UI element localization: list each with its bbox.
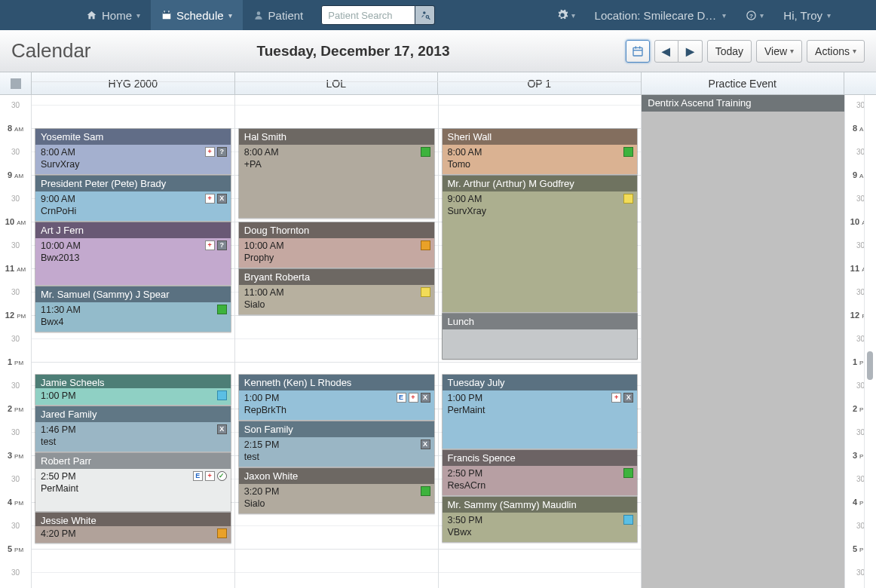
appointment-card[interactable]: Bryant Roberta11:00 AMSialo — [238, 268, 435, 315]
close-icon: X — [623, 393, 633, 403]
vertical-scrollbar[interactable] — [864, 95, 876, 588]
appointment-time: 2:50 PM — [448, 468, 632, 480]
appointment-card[interactable]: Jaxon White3:20 PMSialo — [238, 467, 435, 514]
column-header[interactable]: HYG 2000 — [32, 72, 235, 94]
appointment-time: 4:20 PM — [41, 528, 225, 541]
nav-patient[interactable]: Patient — [243, 0, 314, 30]
person-search-icon — [420, 10, 430, 20]
appointment-body: 1:00 PMRepBrkThE+X — [239, 390, 434, 420]
appointment-procedure: SurvXray — [448, 206, 632, 218]
appointment-card[interactable]: President Peter (Pete) Brady9:00 AMCrnPo… — [35, 175, 231, 222]
prev-button[interactable]: ◀ — [654, 40, 678, 63]
appointment-body: 9:00 AMCrnPoHi+X — [35, 191, 231, 221]
appointment-body: 1:00 PM — [35, 388, 231, 405]
hour-label: 11 AM — [0, 264, 31, 273]
appointment-card[interactable]: Francis Spence2:50 PMResACrn — [442, 449, 639, 496]
help-button[interactable]: ? ▾ — [737, 0, 773, 30]
check-icon: ✓ — [217, 471, 227, 481]
column-header[interactable]: OP 1 — [438, 72, 642, 94]
appointment-card[interactable]: Hal Smith8:00 AM+PA — [238, 128, 435, 219]
practice-event[interactable]: Dentrix Ascend Training — [642, 95, 844, 112]
menu-button[interactable] — [0, 72, 32, 94]
help-icon: ? — [746, 10, 757, 21]
appointment-procedure: ResACrn — [448, 480, 632, 492]
today-button[interactable]: Today — [707, 40, 752, 63]
appointment-card[interactable]: Jared Family1:46 PMtestX — [35, 406, 231, 452]
appointment-time: 8:00 AM — [244, 147, 429, 159]
appointment-body: 9:00 AMSurvXray — [443, 191, 638, 312]
appointment-card[interactable]: Doug Thornton10:00 AMProphy — [238, 222, 435, 268]
appointment-name: Bryant Roberta — [239, 269, 434, 285]
svg-point-5 — [423, 11, 426, 14]
appointment-time: 11:00 AM — [244, 287, 429, 299]
hour-label: 9 AM — [0, 170, 31, 179]
user-menu[interactable]: Hi, Troy ▾ — [773, 0, 831, 30]
hour-label: 1 PM — [0, 357, 31, 366]
settings-button[interactable]: ▾ — [547, 0, 584, 30]
next-button[interactable]: ▶ — [678, 40, 703, 63]
page-title: Calendar — [11, 39, 91, 63]
caret-icon: ▾ — [571, 11, 575, 20]
nav-home[interactable]: Home ▾ — [75, 0, 151, 30]
appointment-card[interactable]: Yosemite Sam8:00 AMSurvXray+? — [35, 128, 231, 175]
appointment-body: 2:50 PMResACrn — [443, 466, 638, 495]
appointment-card[interactable]: Mr. Arthur (Arthur) M Godfrey9:00 AMSurv… — [442, 175, 639, 313]
appointment-card[interactable]: Son Family2:15 PMtestX — [238, 421, 435, 467]
svg-rect-3 — [168, 11, 169, 12]
home-icon — [86, 10, 97, 20]
appointment-card[interactable]: Jamie Scheels1:00 PM — [35, 374, 231, 406]
appointment-body: 10:00 AMProphy — [239, 238, 434, 268]
appointment-time: 9:00 AM — [448, 194, 632, 206]
practice-event-column[interactable]: Dentrix Ascend Training — [642, 95, 844, 588]
status-orange-icon — [217, 528, 227, 538]
appointment-card[interactable]: Tuesday July1:00 PMPerMaint+X — [442, 374, 639, 449]
person-icon — [253, 10, 264, 20]
appointment-name: Art J Fern — [35, 222, 231, 238]
datepicker-button[interactable] — [626, 40, 650, 63]
close-icon: X — [421, 439, 430, 449]
caret-icon: ▾ — [722, 11, 726, 20]
operatory-column[interactable]: Sheri Wall8:00 AMTomoMr. Arthur (Arthur)… — [439, 95, 642, 588]
plus-icon: + — [205, 471, 215, 481]
actions-button[interactable]: Actions ▾ — [807, 40, 865, 63]
patient-search-input[interactable] — [321, 5, 415, 25]
gutter — [844, 72, 876, 94]
appointment-card[interactable]: Robert Parr2:50 PMPerMaintE+✓ — [35, 452, 231, 512]
svg-rect-13 — [639, 46, 640, 48]
location-label: Location: Smilecare D… — [595, 9, 717, 22]
appointment-body: 8:00 AM+PA — [239, 145, 434, 218]
appointment-body: 2:15 PMtestX — [239, 437, 434, 467]
half-hour-label: 30 — [0, 194, 31, 203]
patient-search-button[interactable] — [415, 5, 435, 25]
appointment-procedure: Prophy — [244, 253, 429, 265]
scrollbar-thumb[interactable] — [867, 351, 873, 380]
column-header[interactable]: Practice Event — [642, 72, 845, 94]
appointment-name: Hal Smith — [239, 129, 434, 145]
appointment-card[interactable]: Lunch — [442, 313, 639, 360]
appointment-card[interactable]: Art J Fern10:00 AMBwx2013+? — [35, 222, 231, 286]
half-hour-label: 30 — [0, 522, 31, 530]
appointment-procedure: Sialo — [244, 498, 429, 510]
appointment-card[interactable]: Sheri Wall8:00 AMTomo — [442, 128, 639, 175]
user-greeting: Hi, Troy — [783, 9, 822, 22]
appointment-card[interactable]: Kenneth (Ken) L Rhodes1:00 PMRepBrkThE+X — [238, 374, 435, 421]
appointment-name: Jessie White — [35, 513, 231, 526]
status-green-icon — [623, 147, 633, 157]
appointment-card[interactable]: Mr. Sammy (Sammy) Maudlin3:50 PMVBwx — [442, 496, 639, 543]
operatory-column[interactable]: Hal Smith8:00 AM+PADoug Thornton10:00 AM… — [235, 95, 439, 588]
location-selector[interactable]: Location: Smilecare D… ▾ — [584, 0, 737, 30]
menu-icon — [11, 78, 21, 89]
appointment-card[interactable]: Jessie White4:20 PM — [35, 512, 231, 544]
appointment-body: 10:00 AMBwx2013+? — [35, 238, 231, 285]
appointment-card[interactable]: Mr. Samuel (Sammy) J Spear11:30 AMBwx4 — [35, 286, 231, 332]
caret-icon: ▾ — [790, 47, 794, 55]
view-button[interactable]: View ▾ — [756, 40, 802, 63]
calendar-icon — [161, 10, 172, 20]
column-header[interactable]: LOL — [235, 72, 439, 94]
appointment-procedure: Sialo — [244, 299, 429, 311]
nav-patient-label: Patient — [268, 9, 304, 22]
column-label: Practice Event — [709, 78, 776, 90]
operatory-column[interactable]: Yosemite Sam8:00 AMSurvXray+?President P… — [32, 95, 235, 588]
appointment-time: 3:50 PM — [448, 515, 632, 527]
nav-schedule[interactable]: Schedule ▾ — [151, 0, 243, 30]
